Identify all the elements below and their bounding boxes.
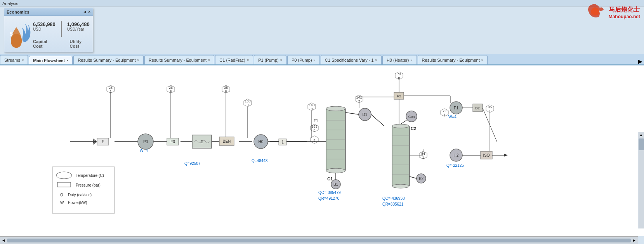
svg-text:QR=491270: QR=491270 xyxy=(318,196,340,201)
economics-controls: ◄ × xyxy=(83,10,90,14)
tab-h0-heater-label: H0 (Heater) xyxy=(387,58,409,62)
svg-text:73: 73 xyxy=(397,72,401,76)
tab-main-flowsheet-label: Main Flowsheet xyxy=(33,58,65,63)
svg-text:W=4: W=4 xyxy=(140,149,148,153)
svg-rect-86 xyxy=(392,126,410,186)
svg-text:P0: P0 xyxy=(143,140,148,144)
svg-text:108: 108 xyxy=(245,99,250,103)
watermark-subtext: Mahoupao.net xyxy=(609,14,640,19)
svg-text:QC=-385479: QC=-385479 xyxy=(318,190,341,195)
svg-text:D2: D2 xyxy=(475,106,480,110)
tabs-row: Streams × Main Flowsheet × Results Summa… xyxy=(0,54,644,65)
tab-streams[interactable]: Streams × xyxy=(0,55,28,64)
watermark: 马后炮化士 Mahoupao.net xyxy=(584,2,640,23)
svg-text:8: 8 xyxy=(246,103,248,107)
tab-results-summary-2[interactable]: Results Summary - Equipment × xyxy=(144,55,214,64)
tab-results-summary-3-label: Results Summary - Equipment xyxy=(422,58,480,62)
svg-point-56 xyxy=(326,168,345,173)
svg-text:Power(kW): Power(kW) xyxy=(68,201,87,205)
svg-text:F1: F1 xyxy=(314,119,318,123)
svg-text:C1: C1 xyxy=(327,177,333,181)
economics-icon: $ xyxy=(6,17,33,52)
tab-p1-pump[interactable]: P1 (Pump) × xyxy=(254,55,286,64)
scrollbar-thumb[interactable] xyxy=(639,138,644,150)
utility-cost-value: 1,096,480 xyxy=(67,21,90,27)
svg-point-137 xyxy=(56,172,72,179)
economics-values: 6,536,980 USD 1,096,480 USD/Year Capital… xyxy=(33,21,91,49)
svg-text:BEN: BEN xyxy=(223,139,231,144)
svg-text:1: 1 xyxy=(281,140,284,144)
droplet-flame-icon: $ xyxy=(8,19,31,50)
tab-c1-radfrac-close[interactable]: × xyxy=(247,58,249,62)
svg-text:C2: C2 xyxy=(411,126,416,131)
svg-text:QR=305621: QR=305621 xyxy=(382,202,404,206)
tabs-scroll-right[interactable]: ▶ xyxy=(638,58,642,64)
svg-text:F2: F2 xyxy=(397,94,401,98)
tab-main-flowsheet[interactable]: Main Flowsheet × xyxy=(29,56,73,65)
svg-text:1: 1 xyxy=(422,156,424,159)
tab-p0-pump-label: P0 (Pump) xyxy=(292,58,312,62)
tab-results-summary-3-close[interactable]: × xyxy=(481,58,483,62)
tab-c1-radfrac[interactable]: C1 (RadFrac) × xyxy=(215,55,253,64)
tab-c1-specs-close[interactable]: × xyxy=(375,58,377,62)
tab-results-summary-1-label: Results Summary - Equipment xyxy=(78,58,135,62)
svg-text:8: 8 xyxy=(311,107,312,111)
flowsheet-diagram: 25 1 26 8 35 8 108 8 143 8 xyxy=(0,66,637,236)
economics-pin-btn[interactable]: ◄ xyxy=(83,10,87,14)
svg-point-88 xyxy=(392,184,409,188)
svg-text:H2: H2 xyxy=(454,153,459,157)
economics-title-bar: Economics ◄ × xyxy=(4,8,93,16)
svg-text:Temperature (C): Temperature (C) xyxy=(76,173,104,178)
tab-results-summary-2-close[interactable]: × xyxy=(208,58,210,62)
svg-text:Q=48443: Q=48443 xyxy=(252,159,268,163)
scroll-up-btn[interactable]: ▲ xyxy=(638,132,644,138)
svg-text:8: 8 xyxy=(313,128,315,132)
top-bar: Analysis xyxy=(0,0,644,7)
tab-p0-pump[interactable]: P0 (Pump) × xyxy=(287,55,320,64)
tab-p0-pump-close[interactable]: × xyxy=(314,58,316,62)
svg-text:8: 8 xyxy=(398,76,400,80)
svg-text:35: 35 xyxy=(224,86,228,90)
tab-p1-pump-close[interactable]: × xyxy=(280,58,282,62)
svg-text:25: 25 xyxy=(109,86,113,90)
svg-text:Con: Con xyxy=(408,115,415,119)
svg-text:F: F xyxy=(102,140,104,144)
svg-point-55 xyxy=(326,106,345,111)
capital-cost-label: Capital Cost xyxy=(33,39,57,48)
svg-text:ISO: ISO xyxy=(483,153,490,157)
svg-text:F0: F0 xyxy=(170,140,175,144)
svg-text:Pressure (bar): Pressure (bar) xyxy=(76,183,101,187)
tab-streams-label: Streams xyxy=(4,58,20,62)
svg-text:W=4: W=4 xyxy=(448,115,457,119)
tab-c1-specs[interactable]: C1 Specifications Vary - 1 × xyxy=(321,55,382,64)
economics-close-btn[interactable]: × xyxy=(88,10,90,14)
h-scrollbar-thumb[interactable] xyxy=(7,239,631,242)
scroll-right-btn[interactable]: ► xyxy=(632,238,636,242)
economics-title: Economics xyxy=(7,10,30,14)
tab-h0-heater[interactable]: H0 (Heater) × xyxy=(382,55,417,64)
econ-divider xyxy=(61,21,62,37)
svg-text:141: 141 xyxy=(356,95,362,99)
scrollbar-bottom[interactable]: ◄ ► xyxy=(0,236,638,244)
tab-results-summary-3[interactable]: Results Summary - Equipment × xyxy=(418,55,488,64)
svg-text:8: 8 xyxy=(225,90,227,93)
tab-streams-close[interactable]: × xyxy=(22,58,24,62)
utility-cost-label: Utility Cost xyxy=(70,39,91,48)
watermark-logo-icon xyxy=(584,2,606,23)
tab-main-flowsheet-close[interactable]: × xyxy=(66,59,68,62)
scrollbar-right[interactable]: ▲ xyxy=(638,132,644,228)
svg-text:B1: B1 xyxy=(333,182,338,187)
scroll-left-btn[interactable]: ◄ xyxy=(2,238,5,242)
tab-p1-pump-label: P1 (Pump) xyxy=(258,58,279,62)
svg-text:Q=-22125: Q=-22125 xyxy=(446,163,464,168)
svg-text:1: 1 xyxy=(109,90,111,93)
tab-results-summary-1-close[interactable]: × xyxy=(137,58,139,62)
tab-results-summary-1[interactable]: Results Summary - Equipment × xyxy=(73,55,143,64)
svg-text:QC=-436958: QC=-436958 xyxy=(382,196,405,201)
economics-panel: Economics ◄ × $ 6,536,980 USD xyxy=(4,8,93,52)
analysis-menu[interactable]: Analysis xyxy=(2,1,18,6)
tab-h0-heater-close[interactable]: × xyxy=(410,58,412,62)
utility-cost-unit: USD/Year xyxy=(67,27,90,31)
svg-text:B2: B2 xyxy=(419,177,424,181)
svg-text:163: 163 xyxy=(311,125,317,128)
